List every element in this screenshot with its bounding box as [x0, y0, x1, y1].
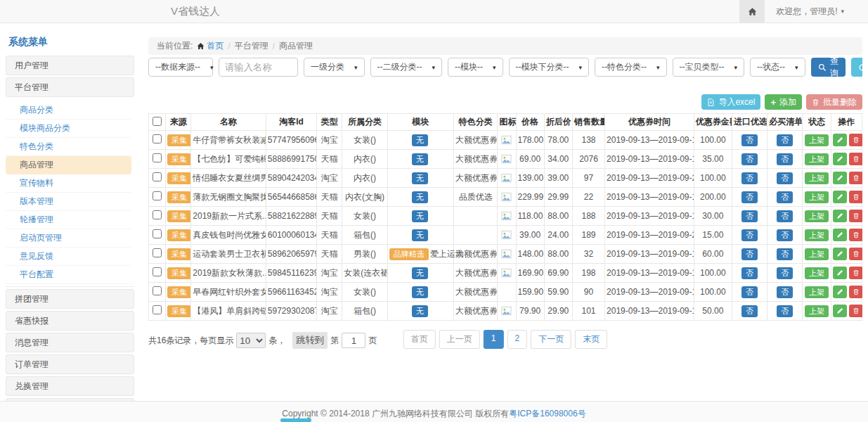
filter-select[interactable]: --特色分类-- ▾	[595, 58, 667, 77]
home-button[interactable]	[739, 0, 765, 23]
must-buy-badge[interactable]: 否	[777, 210, 793, 222]
status-badge[interactable]: 上架	[805, 191, 829, 203]
batch-delete-button[interactable]: 批量删除	[806, 94, 862, 110]
must-buy-badge[interactable]: 否	[777, 134, 793, 146]
row-checkbox[interactable]	[153, 210, 162, 219]
filter-select[interactable]: --模块-- ▾	[448, 58, 503, 77]
page-button[interactable]: 末页	[575, 330, 607, 349]
import-excel-button[interactable]: 导入excel	[701, 94, 760, 110]
delete-button[interactable]	[849, 210, 862, 222]
must-buy-badge[interactable]: 否	[777, 305, 793, 317]
edit-button[interactable]	[833, 267, 847, 279]
row-checkbox[interactable]	[153, 153, 162, 162]
delete-button[interactable]	[849, 134, 862, 146]
source-select[interactable]: --数据来源-- ▾	[148, 58, 213, 77]
page-size-select[interactable]: 10	[236, 333, 266, 348]
import-select-badge[interactable]: 否	[741, 305, 758, 317]
jump-button[interactable]: 跳转到	[292, 332, 328, 349]
sidebar-group-item[interactable]: 省惠快报	[6, 311, 134, 331]
edit-button[interactable]	[833, 134, 847, 146]
delete-button[interactable]	[849, 248, 862, 260]
import-select-badge[interactable]: 否	[741, 286, 758, 298]
must-buy-badge[interactable]: 否	[777, 191, 793, 203]
sidebar-subitem[interactable]: 版本管理	[6, 193, 131, 211]
status-badge[interactable]: 上架	[805, 172, 829, 184]
import-select-badge[interactable]: 否	[741, 248, 758, 260]
status-badge[interactable]: 上架	[805, 134, 829, 146]
edit-button[interactable]	[833, 305, 847, 317]
must-buy-badge[interactable]: 否	[777, 267, 793, 279]
page-button[interactable]: 下一页	[531, 330, 571, 349]
jump-page-input[interactable]	[342, 333, 365, 348]
delete-button[interactable]	[849, 153, 862, 165]
row-checkbox[interactable]	[153, 248, 162, 257]
page-button[interactable]: 2	[507, 330, 528, 349]
import-select-badge[interactable]: 否	[741, 172, 758, 184]
sidebar-subitem[interactable]: 意见反馈	[6, 248, 131, 266]
must-buy-badge[interactable]: 否	[777, 229, 793, 241]
search-button[interactable]: 查询	[811, 58, 846, 77]
row-checkbox[interactable]	[153, 172, 162, 181]
sidebar-group-item[interactable]: 消息管理	[6, 333, 134, 352]
edit-button[interactable]	[833, 210, 847, 222]
sidebar-subitem[interactable]: 平台配置	[6, 266, 131, 284]
add-button[interactable]: + 添加	[765, 94, 802, 110]
import-select-badge[interactable]: 否	[741, 229, 758, 241]
must-buy-badge[interactable]: 否	[777, 248, 793, 260]
sidebar-subitem[interactable]: 宣传物料	[6, 174, 131, 193]
must-buy-badge[interactable]: 否	[777, 172, 793, 184]
user-menu[interactable]: 欢迎您，管理员! ▾	[765, 6, 868, 18]
sidebar-subitem[interactable]: 轮播管理	[6, 211, 131, 229]
select-all-checkbox[interactable]	[153, 117, 162, 126]
delete-button[interactable]	[849, 286, 862, 298]
status-badge[interactable]: 上架	[805, 153, 829, 165]
name-input[interactable]	[219, 58, 298, 77]
filter-select[interactable]: 一级分类 ▾	[304, 58, 365, 77]
row-checkbox[interactable]	[153, 267, 162, 276]
status-badge[interactable]: 上架	[805, 305, 829, 317]
delete-button[interactable]	[849, 172, 862, 184]
import-select-badge[interactable]: 否	[741, 267, 758, 279]
import-select-badge[interactable]: 否	[741, 134, 758, 146]
sidebar-subitem[interactable]: 特色分类	[6, 138, 131, 156]
filter-select[interactable]: --模块下分类-- ▾	[509, 58, 590, 77]
page-button[interactable]: 首页	[403, 330, 436, 349]
filter-select[interactable]: --宝贝类型-- ▾	[673, 58, 745, 77]
status-badge[interactable]: 上架	[805, 248, 829, 260]
breadcrumb-home-link[interactable]: 首页	[197, 40, 224, 52]
row-checkbox[interactable]	[153, 229, 162, 238]
row-checkbox[interactable]	[153, 286, 162, 295]
sidebar-subitem[interactable]: 商品分类	[6, 101, 131, 120]
import-select-badge[interactable]: 否	[741, 153, 758, 165]
sidebar-subitem[interactable]: 模块商品分类	[6, 120, 131, 138]
delete-button[interactable]	[849, 229, 862, 241]
row-checkbox[interactable]	[153, 305, 162, 314]
status-badge[interactable]: 上架	[805, 229, 829, 241]
sidebar-group-item[interactable]: 兑换管理	[6, 376, 134, 396]
status-badge[interactable]: 上架	[805, 267, 829, 279]
status-badge[interactable]: 上架	[805, 286, 829, 298]
edit-button[interactable]	[833, 153, 847, 165]
page-button[interactable]: 1	[484, 330, 504, 349]
import-select-badge[interactable]: 否	[741, 210, 758, 222]
edit-button[interactable]	[833, 229, 847, 241]
sidebar-subitem[interactable]: 启动页管理	[6, 229, 131, 248]
status-badge[interactable]: 上架	[805, 210, 829, 222]
delete-button[interactable]	[849, 305, 862, 317]
sidebar-subitem[interactable]: 商品管理	[6, 156, 131, 174]
delete-button[interactable]	[849, 267, 862, 279]
page-button[interactable]: 上一页	[439, 330, 480, 349]
reset-button[interactable]: 重置	[851, 58, 862, 77]
horizontal-scrollbar-thumb[interactable]	[280, 418, 311, 422]
must-buy-badge[interactable]: 否	[777, 153, 793, 165]
import-select-badge[interactable]: 否	[741, 191, 758, 203]
sidebar-group-item[interactable]: 用户管理	[6, 56, 134, 75]
must-buy-badge[interactable]: 否	[777, 286, 793, 298]
filter-select[interactable]: --状态-- ▾	[750, 58, 805, 77]
sidebar-group-item[interactable]: 平台管理	[6, 77, 134, 97]
filter-select[interactable]: --二级分类-- ▾	[370, 58, 443, 77]
sidebar-group-item[interactable]: 拼团管理	[6, 289, 134, 309]
row-checkbox[interactable]	[153, 191, 162, 200]
edit-button[interactable]	[833, 172, 847, 184]
sidebar-group-item[interactable]: 订单管理	[6, 354, 134, 374]
